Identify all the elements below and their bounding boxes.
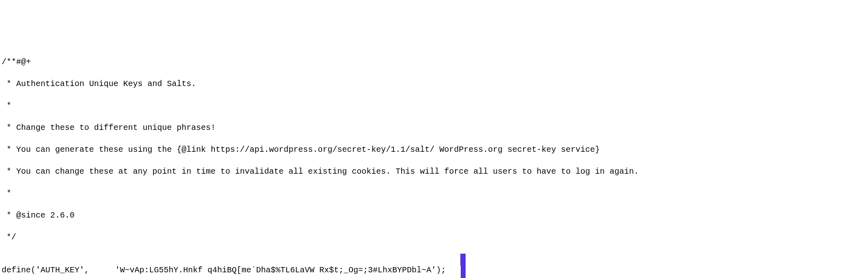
code-block: /**#@+ * Authentication Unique Keys and … [2,45,866,278]
define-key: define('AUTH_KEY', [2,265,115,276]
docblock-line: * [2,188,866,199]
docblock-line: * You can change these at any point in t… [2,166,866,177]
define-value: 'W~vAp:LG55hY.Hnkf q4hiBQ[me`Dha$%TL6LaV… [115,265,446,276]
docblock-line: * @since 2.6.0 [2,210,866,221]
defines-block: define('AUTH_KEY','W~vAp:LG55hY.Hnkf q4h… [2,254,459,278]
docblock-line: * [2,100,866,111]
docblock-open: /**#@+ [2,56,866,67]
docblock-line: * Change these to different unique phras… [2,122,866,133]
docblock-line: * You can generate these using the {@lin… [2,144,866,155]
docblock-line: * Authentication Unique Keys and Salts. [2,78,866,89]
docblock-close: */ [2,232,866,243]
bracket-icon [460,254,468,278]
define-auth-key: define('AUTH_KEY','W~vAp:LG55hY.Hnkf q4h… [2,265,459,276]
